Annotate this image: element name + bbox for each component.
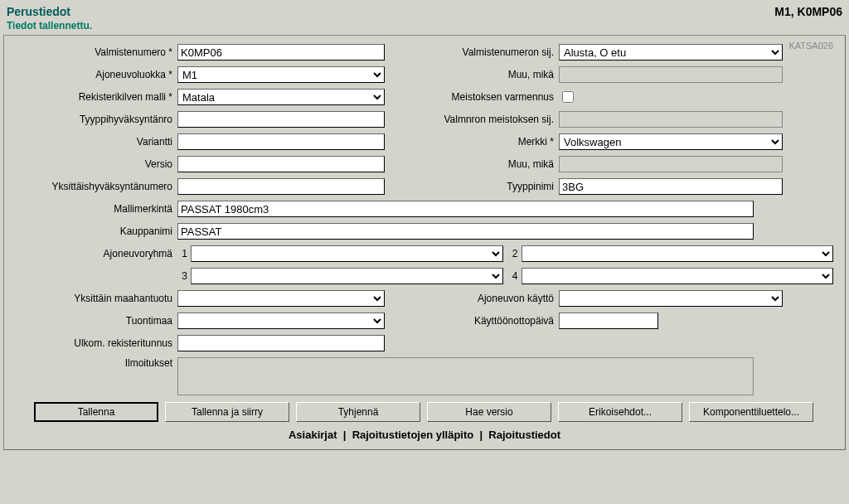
meistoksen-varmennus-checkbox[interactable]: [562, 91, 574, 103]
kauppanimi-input[interactable]: [177, 223, 754, 240]
header-right: M1, K0MP06: [774, 5, 842, 18]
rekisterikilven-malli-select[interactable]: Matala: [177, 89, 385, 105]
komponenttiluettelo-button[interactable]: Komponenttiluettelo...: [689, 402, 813, 422]
label-variantti: Variantti: [16, 136, 177, 148]
valmistenumero-input[interactable]: [177, 44, 385, 61]
label-tuontimaa: Tuontimaa: [16, 315, 177, 327]
link-asiakirjat[interactable]: Asiakirjat: [289, 429, 337, 441]
label-kauppanimi: Kauppanimi: [16, 225, 177, 237]
ajoneuvoryhma-1-select[interactable]: [191, 245, 503, 262]
label-ulkom-rekisteritunnus: Ulkom. rekisteritunnus: [16, 337, 177, 349]
ajoneuvoryhma-2-select[interactable]: [522, 245, 834, 262]
hae-versio-button[interactable]: Hae versio: [427, 402, 551, 422]
label-valmnron-meistoksen-sij: Valmnron meistoksen sij.: [393, 114, 559, 125]
panel-code: KATSA026: [788, 41, 833, 51]
label-yksittain-maahantuotu: Yksittäin maahantuotu: [16, 293, 177, 304]
ajoneuvoryhma-3-select[interactable]: [191, 268, 503, 284]
label-versio: Versio: [16, 158, 177, 170]
yksittain-maahantuotu-select[interactable]: [177, 290, 385, 307]
label-rekisterikilven-malli: Rekisterikilven malli *: [16, 91, 177, 103]
ulkom-rekisteritunnus-input[interactable]: [177, 335, 385, 351]
label-mallimerkinta: Mallimerkintä: [16, 203, 177, 215]
label-tyyppihyvaksyntanro: Tyyppihyväksyntänro: [16, 114, 177, 125]
link-rajoitustietojen-yllapito[interactable]: Rajoitustietojen ylläpito: [352, 429, 474, 441]
label-ilmoitukset: Ilmoitukset: [16, 357, 177, 369]
ilmoitukset-textarea[interactable]: [177, 357, 754, 395]
bottom-links: Asiakirjat | Rajoitustietojen ylläpito |…: [16, 429, 833, 441]
group-label-2: 2: [508, 248, 522, 259]
label-ajoneuvon-kaytto: Ajoneuvon käyttö: [393, 293, 559, 304]
merkki-select[interactable]: Volkswagen: [559, 133, 783, 150]
erikoisehdot-button[interactable]: Erikoisehdot...: [558, 402, 682, 422]
label-muu-mika2: Muu, mikä: [393, 158, 559, 170]
label-valmistenumeron-sij: Valmistenumeron sij.: [393, 46, 559, 58]
status-message: Tiedot tallennettu.: [0, 20, 849, 35]
valmnron-meistoksen-sij-input: [559, 111, 783, 128]
label-muu-mika: Muu, mikä: [393, 69, 559, 80]
group-label-1: 1: [177, 248, 191, 259]
tyhjenna-button[interactable]: Tyhjennä: [296, 402, 420, 422]
label-valmistenumero: Valmistenumero *: [16, 46, 177, 58]
link-rajoitustiedot[interactable]: Rajoitustiedot: [488, 429, 560, 441]
ajoneuvoryhma-4-select[interactable]: [522, 268, 834, 284]
valmistenumeron-sij-select[interactable]: Alusta, O etu: [559, 44, 783, 61]
kayttoonottopaiva-input[interactable]: [559, 313, 658, 329]
label-meistoksen-varmennus: Meistoksen varmennus: [393, 91, 559, 103]
ajoneuvoluokka-select[interactable]: M1: [177, 66, 385, 83]
tuontimaa-select[interactable]: [177, 313, 385, 329]
label-kayttoonottopaiva: Käyttöönottopäivä: [393, 315, 559, 327]
variantti-input[interactable]: [177, 133, 385, 150]
muu-mika-input: [559, 66, 783, 83]
tallenna-button[interactable]: Tallenna: [34, 402, 158, 422]
tallenna-siirry-button[interactable]: Tallenna ja siirry: [165, 402, 289, 422]
page-title: Perustiedot: [7, 5, 70, 18]
tyyppinimi-input[interactable]: [559, 178, 783, 195]
ajoneuvon-kaytto-select[interactable]: [559, 290, 783, 307]
versio-input[interactable]: [177, 156, 385, 172]
mallimerkinta-input[interactable]: [177, 201, 754, 217]
tyyppihyvaksyntanro-input[interactable]: [177, 111, 385, 128]
label-ajoneuvoryhma: Ajoneuvoryhmä: [16, 248, 177, 259]
yksittaishyvaksyntanumero-input[interactable]: [177, 178, 385, 195]
label-merkki: Merkki *: [393, 136, 559, 148]
label-yksittaishyvaksyntanumero: Yksittäishyväksyntänumero: [16, 181, 177, 192]
muu-mika2-input: [559, 156, 783, 172]
label-ajoneuvoluokka: Ajoneuvoluokka *: [16, 69, 177, 80]
form-panel: KATSA026 Valmistenumero * Valmistenumero…: [3, 35, 846, 450]
label-tyyppinimi: Tyyppinimi: [393, 181, 559, 192]
group-label-3: 3: [177, 270, 191, 282]
group-label-4: 4: [508, 270, 522, 282]
